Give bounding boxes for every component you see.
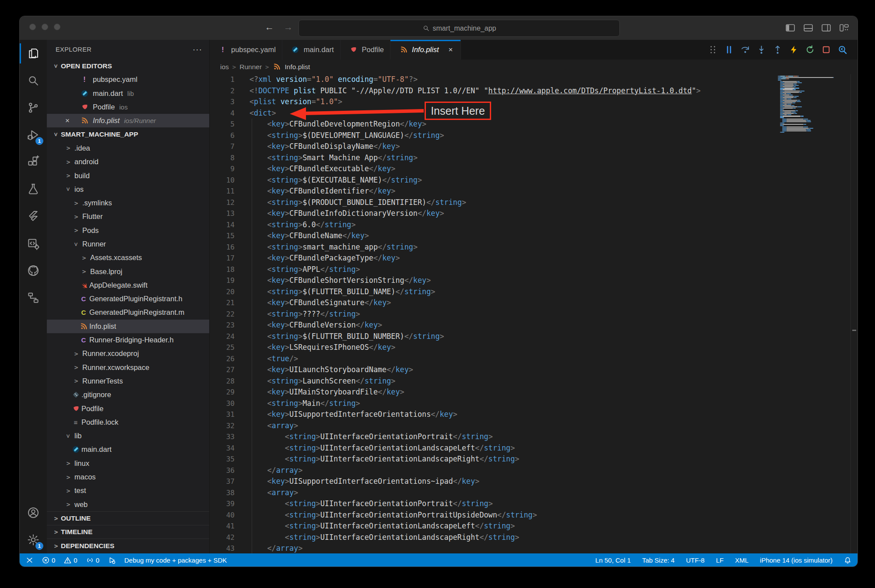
status-xml[interactable]: XML xyxy=(735,556,748,564)
code-line-15[interactable]: 15 <key>CFBundleName</key> xyxy=(210,230,857,242)
activity-bar-item-extensions[interactable] xyxy=(20,148,47,176)
code-line-2[interactable]: 2<!DOCTYPE plist PUBLIC "-//Apple//DTD P… xyxy=(210,85,857,97)
line-number[interactable]: 30 xyxy=(210,398,235,409)
minimap[interactable] xyxy=(778,76,844,133)
line-number[interactable]: 24 xyxy=(210,331,235,342)
line-number[interactable]: 15 xyxy=(210,230,235,242)
breadcrumb-item[interactable]: ios xyxy=(220,63,229,71)
tree-item-Runner-Bridging-Header.h[interactable]: CRunner-Bridging-Header.h xyxy=(47,333,209,347)
project-root-header[interactable]: >SMART_MACHINE_APP xyxy=(47,127,209,141)
tree-item-Runner.xcworkspace[interactable]: >Runner.xcworkspace xyxy=(47,361,209,374)
tree-item-linux[interactable]: >linux xyxy=(47,457,209,470)
tree-item-Info.plist[interactable]: Info.plist xyxy=(47,320,209,333)
code-line-10[interactable]: 10 <string>$(EXECUTABLE_NAME)</string> xyxy=(210,175,857,186)
code-line-3[interactable]: 3<plist version="1.0"> xyxy=(210,96,857,108)
code-line-27[interactable]: 27 <key>UILaunchStoryboardName</key> xyxy=(210,364,857,376)
code-line-13[interactable]: 13 <key>CFBundleInfoDictionaryVersion</k… xyxy=(210,208,857,219)
status-iphone-14-ios-simulator-[interactable]: iPhone 14 (ios simulator) xyxy=(760,556,833,564)
activity-bar-item-explorer[interactable] xyxy=(20,40,47,67)
code-line-37[interactable]: 37 <key>UISupportedInterfaceOrientations… xyxy=(210,476,857,487)
code-line-21[interactable]: 21 <key>CFBundleSignature</key> xyxy=(210,297,857,309)
code-line-18[interactable]: 18 <string>APPL</string> xyxy=(210,264,857,275)
history-back-button[interactable]: ← xyxy=(265,22,274,32)
line-number[interactable]: 28 xyxy=(210,376,235,387)
line-number[interactable]: 7 xyxy=(210,141,235,152)
toggle-primary-sidebar-button[interactable] xyxy=(785,22,796,35)
stop-button[interactable] xyxy=(820,44,832,56)
section-header-dependencies[interactable]: >DEPENDENCIES xyxy=(47,539,209,552)
grip-button[interactable] xyxy=(707,44,718,56)
line-number[interactable]: 40 xyxy=(210,510,235,521)
open-editor-item-main.dart[interactable]: main.dartlib xyxy=(47,87,209,100)
line-number[interactable]: 8 xyxy=(210,152,235,164)
line-number[interactable]: 29 xyxy=(210,387,235,398)
close-tab-icon[interactable]: × xyxy=(447,46,454,54)
line-number[interactable]: 17 xyxy=(210,253,235,264)
status-lf[interactable]: LF xyxy=(716,556,724,564)
tree-item-Base.lproj[interactable]: >Base.lproj xyxy=(47,264,209,278)
line-number[interactable]: 13 xyxy=(210,208,235,219)
code-line-33[interactable]: 33 <string>UIInterfaceOrientationPortrai… xyxy=(210,431,857,443)
code-line-12[interactable]: 12 <string>$(PRODUCT_BUNDLE_IDENTIFIER)<… xyxy=(210,197,857,208)
code-line-31[interactable]: 31 <key>UISupportedInterfaceOrientations… xyxy=(210,409,857,420)
code-line-17[interactable]: 17 <key>CFBundlePackageType</key> xyxy=(210,253,857,264)
tree-item-main.dart[interactable]: main.dart xyxy=(47,443,209,456)
status-debug-my-code-packages-sdk[interactable]: Debug my code + packages + SDK xyxy=(124,556,227,564)
tab-Info.plist[interactable]: Info.plist× xyxy=(390,40,460,60)
tab-main.dart[interactable]: main.dart xyxy=(282,40,341,60)
activity-bar-item-flutter[interactable] xyxy=(20,203,47,230)
tree-item-.idea[interactable]: >.idea xyxy=(47,141,209,155)
line-number[interactable]: 38 xyxy=(210,487,235,499)
tree-item-Assets.xcassets[interactable]: >Assets.xcassets xyxy=(47,251,209,264)
code-line-24[interactable]: 24 <string>$(FLUTTER_BUILD_NUMBER)</stri… xyxy=(210,331,857,342)
code-line-29[interactable]: 29 <key>UIMainStoryboardFile</key> xyxy=(210,387,857,398)
line-number[interactable]: 27 xyxy=(210,364,235,376)
line-number[interactable]: 2 xyxy=(210,85,235,97)
tree-item-.gitignore[interactable]: .gitignore xyxy=(47,388,209,401)
code-line-11[interactable]: 11 <key>CFBundleIdentifier</key> xyxy=(210,186,857,197)
code-line-5[interactable]: 5 <key>CFBundleDevelopmentRegion</key> xyxy=(210,119,857,130)
tree-item-lib[interactable]: >lib xyxy=(47,429,209,443)
line-number[interactable]: 41 xyxy=(210,521,235,532)
activity-bar-item-search[interactable] xyxy=(20,67,47,94)
activity-bar-item-hierarchy[interactable] xyxy=(20,284,47,311)
line-number[interactable]: 3 xyxy=(210,96,235,108)
open-editor-item-Info.plist[interactable]: ×Info.plistios/Runner xyxy=(47,114,209,127)
code-line-28[interactable]: 28 <string>LaunchScreen</string> xyxy=(210,376,857,387)
line-number[interactable]: 22 xyxy=(210,309,235,320)
tree-item-web[interactable]: >web xyxy=(47,498,209,511)
code-line-38[interactable]: 38 <array> xyxy=(210,487,857,499)
line-number[interactable]: 19 xyxy=(210,275,235,286)
tree-item-.symlinks[interactable]: >.symlinks xyxy=(47,196,209,210)
code-line-30[interactable]: 30 <string>Main</string> xyxy=(210,398,857,409)
tree-item-Podfile[interactable]: Podfile xyxy=(47,401,209,415)
tree-item-Runner.xcodeproj[interactable]: >Runner.xcodeproj xyxy=(47,347,209,360)
tree-item-GeneratedPluginRegistrant.h[interactable]: CGeneratedPluginRegistrant.h xyxy=(47,292,209,306)
tree-item-Pods[interactable]: >Pods xyxy=(47,224,209,237)
activity-bar-item-devtools[interactable] xyxy=(20,230,47,257)
tree-item-GeneratedPluginRegistrant.m[interactable]: CGeneratedPluginRegistrant.m xyxy=(47,306,209,319)
code-line-14[interactable]: 14 <string>6.0</string> xyxy=(210,219,857,231)
open-editor-item-Podfile[interactable]: Podfileios xyxy=(47,100,209,114)
activity-bar-item-source-control[interactable] xyxy=(20,94,47,121)
open-editor-item-pubspec.yaml[interactable]: !pubspec.yaml xyxy=(47,73,209,86)
code-line-25[interactable]: 25 <key>LSRequiresIPhoneOS</key> xyxy=(210,342,857,353)
status-bell[interactable] xyxy=(844,556,851,564)
minimize-window-button[interactable] xyxy=(42,24,48,30)
code-line-6[interactable]: 6 <string>$(DEVELOPMENT_LANGUAGE)</strin… xyxy=(210,130,857,141)
code-line-26[interactable]: 26 <true/> xyxy=(210,353,857,365)
close-window-button[interactable] xyxy=(29,24,36,30)
line-number[interactable]: 34 xyxy=(210,443,235,454)
line-number[interactable]: 14 xyxy=(210,219,235,231)
scrollbar-handle[interactable] xyxy=(852,330,856,331)
line-number[interactable]: 36 xyxy=(210,465,235,476)
line-number[interactable]: 21 xyxy=(210,297,235,309)
line-number[interactable]: 1 xyxy=(210,74,235,85)
tree-item-macos[interactable]: >macos xyxy=(47,470,209,484)
status-ln-50-col-1[interactable]: Ln 50, Col 1 xyxy=(595,556,631,564)
inspector-button[interactable] xyxy=(836,44,848,56)
line-number[interactable]: 6 xyxy=(210,130,235,141)
code-line-22[interactable]: 22 <string>????</string> xyxy=(210,309,857,320)
step-out-button[interactable] xyxy=(772,44,783,56)
activity-bar-item-run-debug[interactable]: 1 xyxy=(20,121,47,148)
